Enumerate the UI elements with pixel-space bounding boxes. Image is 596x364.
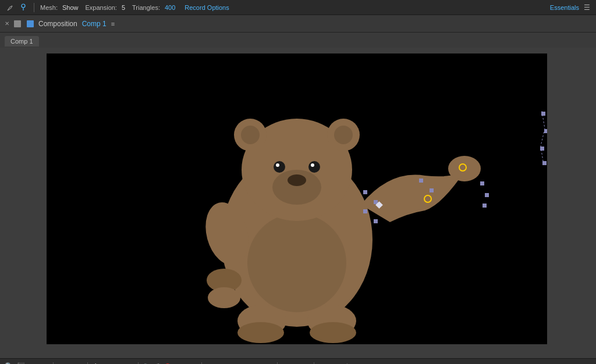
show-value[interactable]: Show — [62, 4, 79, 11]
comp-name: Comp 1 — [82, 20, 107, 28]
main-area — [0, 48, 596, 358]
close-button[interactable]: ✕ — [5, 20, 9, 27]
mesh-point-5 — [419, 179, 423, 183]
mesh-label: Mesh: — [40, 4, 58, 11]
svg-point-15 — [274, 161, 285, 173]
composition-icon — [14, 20, 21, 27]
separator-5 — [277, 362, 278, 365]
svg-point-7 — [448, 156, 481, 181]
separator-4 — [201, 362, 202, 365]
top-right-controls: Essentials ☰ — [550, 3, 590, 12]
separator-6 — [314, 362, 314, 365]
viewport[interactable] — [47, 53, 547, 344]
svg-point-0 — [22, 4, 25, 8]
title-bar: ✕ Composition Comp 1 ≡ — [0, 15, 596, 33]
essentials-button[interactable]: Essentials — [550, 4, 579, 11]
pin-icon[interactable] — [19, 3, 28, 12]
record-options-button[interactable]: Record Options — [185, 4, 229, 11]
comp-tab-item[interactable]: Comp 1 — [5, 36, 39, 47]
comp-tab-bar: Comp 1 — [5, 35, 596, 48]
separator-1 — [53, 362, 54, 365]
pen-tool-icon[interactable] — [6, 3, 15, 12]
mesh-point-7 — [480, 181, 484, 185]
expansion-label: Expansion: — [86, 4, 117, 11]
separator — [34, 3, 34, 12]
bottom-bar: 🔍 ⬛ 50% ▼ ⏮ ▶ ⏭ ⏱ 0:00:00:00 📷 ⚙ (Half) … — [0, 358, 596, 364]
svg-line-25 — [541, 146, 543, 161]
menu-expand-icon[interactable]: ☰ — [584, 3, 590, 12]
svg-point-12 — [334, 126, 353, 144]
mesh-point-8 — [485, 193, 489, 197]
mesh-point-3 — [363, 209, 367, 213]
svg-point-10 — [241, 126, 260, 144]
bear-illustration — [47, 53, 547, 344]
triangles-value[interactable]: 400 — [165, 4, 175, 11]
svg-point-17 — [308, 161, 320, 173]
mesh-point-1 — [363, 190, 367, 194]
top-menu-bar: Mesh: Show Expansion: 5 Triangles: 400 R… — [0, 0, 596, 15]
svg-point-14 — [288, 174, 306, 186]
svg-point-22 — [310, 322, 356, 343]
svg-point-18 — [311, 163, 314, 167]
separator-2 — [87, 362, 88, 365]
separator-3 — [138, 362, 139, 365]
svg-line-24 — [541, 129, 545, 146]
svg-line-23 — [542, 111, 545, 129]
svg-point-16 — [276, 163, 279, 167]
magnifier-icon: 🔍 — [5, 362, 13, 365]
svg-point-6 — [208, 287, 240, 308]
mesh-point-6 — [430, 188, 434, 192]
triangles-label: Triangles: — [132, 4, 160, 11]
expansion-value[interactable]: 5 — [122, 4, 125, 11]
title-menu-icon[interactable]: ≡ — [111, 20, 115, 27]
mesh-point-9 — [483, 204, 487, 208]
svg-point-3 — [247, 213, 346, 312]
mesh-point-4 — [374, 219, 378, 223]
comp-color-icon — [27, 20, 34, 27]
svg-point-21 — [237, 322, 284, 343]
composition-label: Composition — [38, 20, 77, 28]
